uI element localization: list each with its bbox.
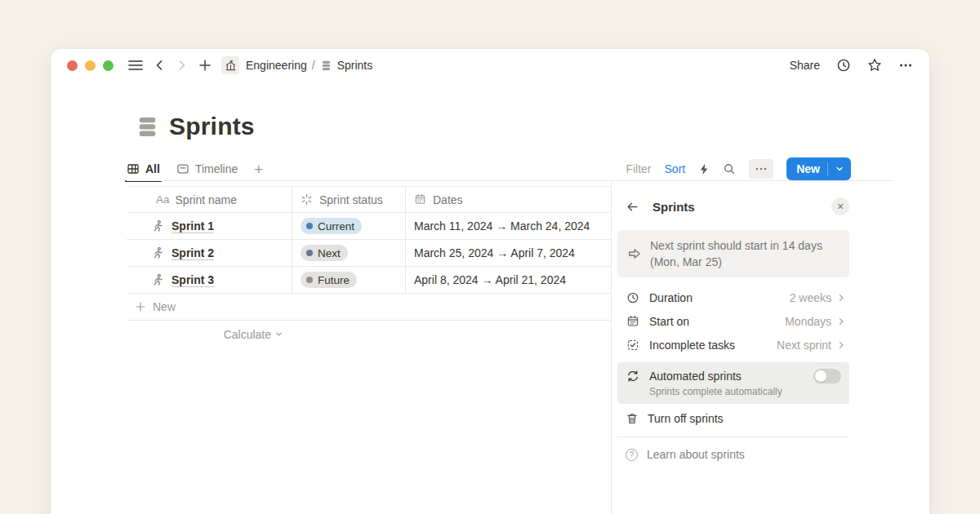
column-label: Sprint name: [176, 193, 237, 206]
breadcrumb-separator: /: [312, 59, 315, 72]
automated-description: Sprints complete automatically: [649, 386, 841, 397]
repeat-icon: [626, 370, 640, 383]
panel-divider: [611, 180, 612, 514]
column-label: Dates: [433, 193, 463, 206]
sort-button[interactable]: Sort: [665, 162, 686, 175]
sidebar-menu-icon[interactable]: [128, 60, 143, 71]
sprint-name-link[interactable]: Sprint 3: [172, 273, 214, 286]
status-label: Future: [318, 274, 350, 286]
sprint-name-cell[interactable]: Sprint 3: [127, 267, 292, 293]
setting-value: Next sprint: [777, 339, 846, 352]
new-button-caret[interactable]: [828, 164, 851, 174]
zoom-window-button[interactable]: [103, 60, 114, 71]
automated-toggle-off[interactable]: [813, 369, 841, 383]
sprint-name-link[interactable]: Sprint 2: [172, 246, 214, 259]
setting-incomplete-tasks[interactable]: Incomplete tasks Next sprint: [617, 333, 849, 357]
status-pill[interactable]: Next: [301, 245, 348, 261]
status-label: Next: [318, 247, 341, 259]
automated-label: Automated sprints: [649, 370, 742, 383]
setting-value: 2 weeks: [790, 291, 846, 304]
add-view-button[interactable]: +: [254, 162, 263, 177]
new-page-button[interactable]: [198, 59, 212, 72]
panel-section-divider: [617, 436, 849, 437]
notice-text: Next sprint should start in 14 days (Mon…: [650, 237, 836, 270]
automated-sprints-row[interactable]: Automated sprints Sprints complete autom…: [617, 362, 849, 404]
automations-bolt-icon[interactable]: [698, 163, 710, 175]
minimize-window-button[interactable]: [85, 60, 96, 71]
status-pill[interactable]: Future: [301, 272, 357, 288]
status-dot: [306, 277, 313, 283]
new-row-label: New: [153, 300, 176, 313]
panel-title: Sprints: [653, 200, 695, 214]
database-toolbar: Filter Sort New: [626, 157, 851, 180]
view-tabs: All Timeline +: [127, 157, 263, 181]
breadcrumb-page[interactable]: Sprints: [337, 59, 373, 72]
tab-all[interactable]: All: [127, 157, 160, 181]
setting-value-text: Next sprint: [777, 339, 831, 352]
timeline-view-icon: [176, 162, 189, 175]
setting-value: Mondays: [785, 315, 846, 328]
search-icon[interactable]: [723, 162, 736, 175]
tab-all-label: All: [145, 162, 160, 175]
close-panel-button[interactable]: ✕: [831, 197, 849, 215]
sprint-name-cell[interactable]: Sprint 1: [127, 213, 292, 239]
sprint-name-link[interactable]: Sprint 1: [172, 219, 214, 233]
setting-value-text: 2 weeks: [790, 291, 831, 304]
dates-cell[interactable]: April 8, 2024 → April 21, 2024: [406, 267, 611, 293]
setting-label: Start on: [649, 315, 689, 328]
dates-cell[interactable]: March 11, 2024 → March 24, 2024: [406, 213, 611, 239]
new-row-button[interactable]: New: [127, 294, 611, 321]
column-header-sprint-name[interactable]: Aa Sprint name: [127, 187, 292, 212]
page-title[interactable]: Sprints: [169, 113, 255, 140]
tab-timeline[interactable]: Timeline: [176, 157, 238, 181]
table-row: Sprint 2 Next March 25, 2024 → April 7, …: [127, 240, 611, 267]
view-options-button[interactable]: [749, 159, 773, 179]
sprints-table: Aa Sprint name Sprint status: [127, 186, 611, 348]
more-options-icon[interactable]: [898, 58, 913, 73]
back-arrow-icon[interactable]: [626, 200, 639, 214]
dates-cell[interactable]: March 25, 2024 → April 7, 2024: [406, 240, 611, 266]
column-header-dates[interactable]: Dates: [406, 187, 611, 212]
status-dot: [306, 250, 313, 256]
database-page-icon[interactable]: [136, 115, 159, 139]
sprints-settings-panel: Sprints ✕ Next sprint should start in 14…: [617, 196, 849, 467]
running-person-icon: [151, 273, 164, 286]
filter-button[interactable]: Filter: [626, 162, 651, 175]
sprint-status-cell: Future: [292, 267, 406, 293]
turn-off-sprints-button[interactable]: Turn off sprints: [617, 405, 849, 432]
table-row: Sprint 3 Future April 8, 2024 → April 21…: [127, 267, 611, 294]
updates-clock-icon[interactable]: [836, 58, 851, 73]
column-label: Sprint status: [319, 193, 383, 206]
breadcrumb-workspace[interactable]: Engineering: [246, 59, 307, 72]
column-header-sprint-status[interactable]: Sprint status: [292, 187, 406, 212]
favorite-star-icon[interactable]: [867, 58, 882, 73]
next-sprint-notice: Next sprint should start in 14 days (Mon…: [617, 230, 849, 277]
tabs-divider: [127, 180, 894, 181]
chevron-right-icon: [836, 340, 846, 350]
learn-about-sprints-link[interactable]: ? Learn about sprints: [617, 442, 849, 467]
new-button[interactable]: New: [786, 157, 851, 180]
table-row: Sprint 1 Current March 11, 2024 → March …: [127, 213, 611, 240]
date-range: March 25, 2024 → April 7, 2024: [414, 246, 575, 259]
close-window-button[interactable]: [67, 60, 78, 71]
arrow-right-outline-icon: [627, 237, 642, 270]
forward-button[interactable]: [176, 59, 189, 72]
titlebar-actions: Share: [790, 58, 913, 73]
calculate-button[interactable]: Calculate: [127, 328, 283, 341]
share-button[interactable]: Share: [790, 59, 820, 72]
setting-start-on[interactable]: Start on Mondays: [617, 309, 849, 333]
running-person-icon: [151, 219, 164, 233]
status-dot: [306, 223, 313, 229]
traffic-lights: [67, 60, 114, 71]
breadcrumb: Engineering / Sprints: [246, 59, 372, 72]
new-button-label: New: [786, 162, 827, 175]
sprint-settings-list: Duration 2 weeks Start on Mondays: [617, 286, 849, 357]
workspace-icon[interactable]: [221, 56, 239, 74]
panel-header: Sprints ✕: [617, 196, 849, 217]
app-window: Engineering / Sprints Share: [51, 49, 929, 514]
status-pill[interactable]: Current: [301, 218, 362, 234]
chevron-right-icon: [836, 293, 846, 303]
setting-duration[interactable]: Duration 2 weeks: [617, 286, 849, 309]
sprint-name-cell[interactable]: Sprint 2: [127, 240, 292, 266]
back-button[interactable]: [153, 59, 166, 72]
